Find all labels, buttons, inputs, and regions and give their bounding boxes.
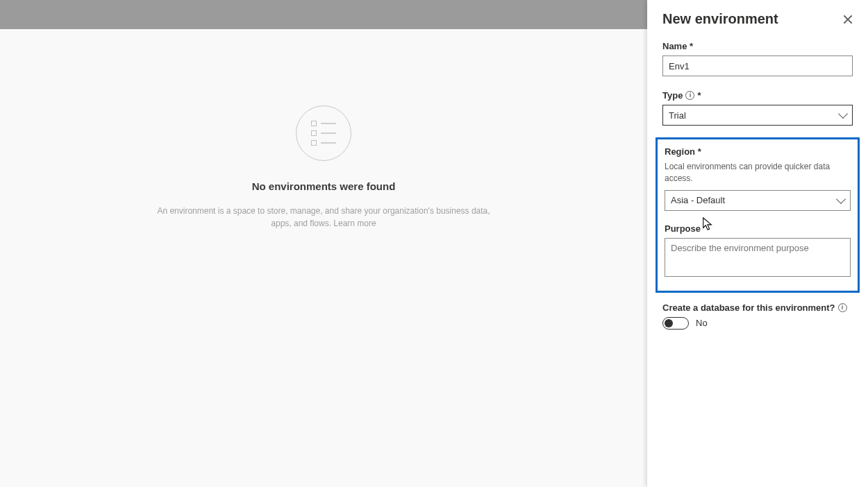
toggle-knob xyxy=(665,319,673,327)
create-db-value: No xyxy=(696,318,708,328)
main-content: No environments were found An environmen… xyxy=(0,29,647,487)
panel-body: Name * Type i * Trial Region * Local env… xyxy=(647,34,868,330)
region-label: Region * xyxy=(665,146,851,157)
type-required-marker: * xyxy=(697,90,701,101)
empty-desc-line2: apps, and flows. xyxy=(271,219,331,228)
learn-more-link[interactable]: Learn more xyxy=(333,219,376,228)
new-environment-panel: New environment Name * Type i * Trial Re… xyxy=(647,0,868,487)
create-db-group: Create a database for this environment? … xyxy=(662,302,853,330)
region-hint: Local environments can provide quicker d… xyxy=(665,161,851,185)
close-icon[interactable] xyxy=(843,15,853,24)
info-icon[interactable]: i xyxy=(838,303,847,312)
type-label-text: Type xyxy=(662,90,683,101)
chevron-down-icon xyxy=(838,109,848,119)
panel-title: New environment xyxy=(662,11,778,27)
empty-state-description: An environment is a space to store, mana… xyxy=(157,205,490,230)
empty-state: No environments were found An environmen… xyxy=(0,29,647,230)
info-icon[interactable]: i xyxy=(685,91,694,100)
create-db-toggle-row: No xyxy=(662,317,853,330)
type-label: Type i * xyxy=(662,90,853,101)
purpose-field-group: Purpose xyxy=(665,223,851,280)
empty-desc-line1: An environment is a space to store, mana… xyxy=(157,206,490,216)
region-select-value: Asia - Default xyxy=(671,195,725,205)
name-input[interactable] xyxy=(662,55,853,76)
create-db-label: Create a database for this environment? … xyxy=(662,302,853,313)
region-select[interactable]: Asia - Default xyxy=(665,190,851,211)
panel-header: New environment xyxy=(647,0,868,34)
type-select-value: Trial xyxy=(669,110,686,121)
region-field-group: Region * Local environments can provide … xyxy=(665,146,851,211)
chevron-down-icon xyxy=(836,194,846,204)
empty-state-title: No environments were found xyxy=(0,180,647,192)
name-label: Name * xyxy=(662,41,853,51)
region-purpose-highlight: Region * Local environments can provide … xyxy=(656,137,860,293)
type-select[interactable]: Trial xyxy=(662,105,853,126)
create-db-toggle[interactable] xyxy=(662,317,689,330)
purpose-label: Purpose xyxy=(665,223,851,234)
purpose-textarea[interactable] xyxy=(665,238,851,277)
name-field-group: Name * xyxy=(662,41,853,76)
create-db-label-text: Create a database for this environment? xyxy=(662,302,835,313)
empty-state-icon xyxy=(296,105,351,161)
type-field-group: Type i * Trial xyxy=(662,90,853,126)
